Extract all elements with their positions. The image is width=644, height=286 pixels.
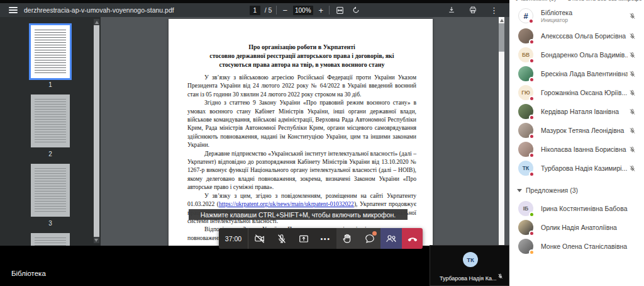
participant-row[interactable]: Мазурок Тетяна Леонідівна xyxy=(509,121,644,140)
participant-avatar: ГЮ xyxy=(518,85,533,100)
participant-texts: Ніколаєва Іванна Борисівна xyxy=(541,146,628,153)
status-busy-dot xyxy=(529,231,535,236)
status-busy-dot xyxy=(529,134,535,139)
status-busy-dot xyxy=(529,171,535,177)
download-icon[interactable] xyxy=(446,6,457,14)
participants-button-active[interactable] xyxy=(380,228,402,249)
participant-avatar xyxy=(518,123,533,138)
participant-row[interactable]: БВБондаренко Ольга Вадимів... xyxy=(509,45,644,64)
mic-muted-icon xyxy=(628,70,636,78)
toolbar-divider xyxy=(276,6,277,14)
mic-muted-icon xyxy=(628,51,636,59)
mic-off-button[interactable] xyxy=(270,228,292,249)
participant-name: Турбарова Надія Казимирі... xyxy=(541,164,628,172)
status-busy-dot xyxy=(529,77,535,83)
status-available-dot xyxy=(529,212,535,217)
document-paragraph: У зв’язку з військовою агресією Російськ… xyxy=(187,73,416,98)
more-options-icon[interactable]: ⋮ xyxy=(489,6,499,14)
participant-texts: Горожанкіна Оксана Юріїв... xyxy=(541,89,628,96)
participant-row[interactable]: Кердівар Наталя Іванівна xyxy=(509,102,644,121)
camera-off-button[interactable] xyxy=(248,228,270,249)
participant-name: Орлик Надія Анатоліївна xyxy=(541,224,636,231)
mic-muted-icon xyxy=(628,89,636,97)
participant-row[interactable]: ІБІрина Костянтинівна Бабова xyxy=(509,199,644,218)
toolbar-divider xyxy=(329,6,330,14)
pdf-toolbar: derzhreestracia-ap-v-umovah-voyennogo-st… xyxy=(0,3,509,17)
participant-row[interactable]: Ніколаєва Іванна Борисівна xyxy=(509,140,644,159)
zoom-level-input[interactable]: 100% xyxy=(293,6,313,15)
meeting-timer: 37:00 xyxy=(219,235,248,243)
self-video-tile[interactable]: ТК Турбарова Надія Ка... xyxy=(430,245,509,286)
document-scrollbar[interactable] xyxy=(499,17,504,246)
presenter-name-label: Бібліотека xyxy=(11,270,46,277)
page-number-input[interactable]: 1 xyxy=(250,6,260,15)
self-mic-muted-icon xyxy=(497,271,504,282)
participant-name: Мазурок Тетяна Леонідівна xyxy=(541,127,628,134)
mic-muted-icon xyxy=(628,164,636,173)
participant-texts: Ірина Костянтинівна Бабова xyxy=(541,205,636,212)
document-text: Державне підприємство «Український інсти… xyxy=(187,150,416,191)
participant-avatar xyxy=(518,142,533,157)
document-hyperlink[interactable]: https://ukrpatent.org/uk/news/main/ukrpa… xyxy=(219,200,354,207)
mic-shortcut-tooltip: Нажмите клавиши CTRL+SHIFT+M, чтобы вклю… xyxy=(189,209,408,220)
chat-notification-badge xyxy=(372,231,377,236)
participant-row[interactable]: #БібліотекаИнициатор xyxy=(509,5,644,26)
page-thumbnail[interactable] xyxy=(31,233,70,246)
panel-clipped-header: Участники... (9) Отключить все без микро… xyxy=(516,0,641,2)
participant-avatar xyxy=(518,66,533,81)
menu-icon[interactable] xyxy=(9,7,18,13)
participant-texts: Бондаренко Ольга Вадимів... xyxy=(541,51,628,59)
raise-hand-button[interactable] xyxy=(336,228,358,249)
hang-up-button[interactable] xyxy=(402,228,423,249)
participant-avatar xyxy=(518,104,533,119)
participant-name: Кердівар Наталя Іванівна xyxy=(541,108,628,115)
participant-row[interactable]: ТКТурбарова Надія Казимирі... xyxy=(509,159,644,178)
participant-row[interactable]: Орлик Надія Анатоліївна xyxy=(509,218,644,237)
participant-name: Горожанкіна Оксана Юріїв... xyxy=(541,89,628,96)
participant-name: Ірина Костянтинівна Бабова xyxy=(541,205,636,212)
more-actions-button[interactable]: ••• xyxy=(314,228,336,249)
meeting-control-bar: 37:00 ••• xyxy=(219,228,423,249)
mute-all-button[interactable]: Отключить все без микрофона xyxy=(567,0,641,2)
page-thumbnail[interactable] xyxy=(31,94,70,147)
participant-texts: Мазурок Тетяна Леонідівна xyxy=(541,127,628,134)
document-paragraph: У зв’язку з цим, згідно з повідомленням,… xyxy=(187,192,416,226)
participant-row[interactable]: ГЮГорожанкіна Оксана Юріїв... xyxy=(509,83,644,102)
sidebar-scrollbar[interactable] xyxy=(94,19,99,243)
print-icon[interactable] xyxy=(467,6,479,14)
participant-row[interactable]: Брескіна Лада Валентинівна xyxy=(509,64,644,83)
meeting-window: derzhreestracia-ap-v-umovah-voyennogo-st… xyxy=(0,0,644,286)
page-thumbnail-block: 1 xyxy=(0,25,101,94)
thumbnail-sidebar: 123 xyxy=(0,17,101,246)
page-thumbnail-selected[interactable] xyxy=(31,25,70,78)
share-screen-button[interactable] xyxy=(292,228,314,249)
participant-row[interactable]: Монке Олена Станіславівна xyxy=(509,237,644,256)
status-busy-dot xyxy=(529,115,535,120)
mic-muted-icon xyxy=(628,127,636,135)
page-thumbnail[interactable] xyxy=(31,164,70,217)
fit-page-icon[interactable] xyxy=(334,6,346,15)
document-title-line: стосовно державної реєстрації авторськог… xyxy=(187,52,416,60)
self-avatar: ТК xyxy=(463,252,478,267)
mic-muted-icon xyxy=(628,32,636,40)
rotate-icon[interactable] xyxy=(350,6,362,14)
page-thumbnail-block: 3 xyxy=(0,164,101,233)
mic-muted-icon xyxy=(628,108,636,116)
self-name-label: Турбарова Надія Ка... xyxy=(440,275,496,282)
mic-muted-icon xyxy=(628,12,636,20)
participant-name: Бондаренко Ольга Вадимів... xyxy=(541,51,628,59)
suggestions-section-header[interactable]: Предложения (3) xyxy=(509,178,644,199)
participant-name: Брескіна Лада Валентинівна xyxy=(541,70,628,77)
participant-texts: БібліотекаИнициатор xyxy=(541,9,628,23)
page-thumbnail-block xyxy=(0,233,101,246)
thumbnail-page-number: 3 xyxy=(48,220,52,227)
page-thumbnail-block: 2 xyxy=(0,94,101,164)
zoom-out-button[interactable]: − xyxy=(281,6,289,14)
chat-button[interactable] xyxy=(358,228,380,249)
mic-muted-icon xyxy=(628,146,636,154)
participant-row[interactable]: Алексєєва Ольга Борисівна xyxy=(509,26,644,45)
document-title-line: стосуються права автора на твір, в умова… xyxy=(187,60,416,69)
zoom-in-button[interactable]: + xyxy=(318,6,325,14)
document-paragraph: Державне підприємство «Український інсти… xyxy=(187,149,416,192)
participant-texts: Орлик Надія Анатоліївна xyxy=(541,224,636,231)
